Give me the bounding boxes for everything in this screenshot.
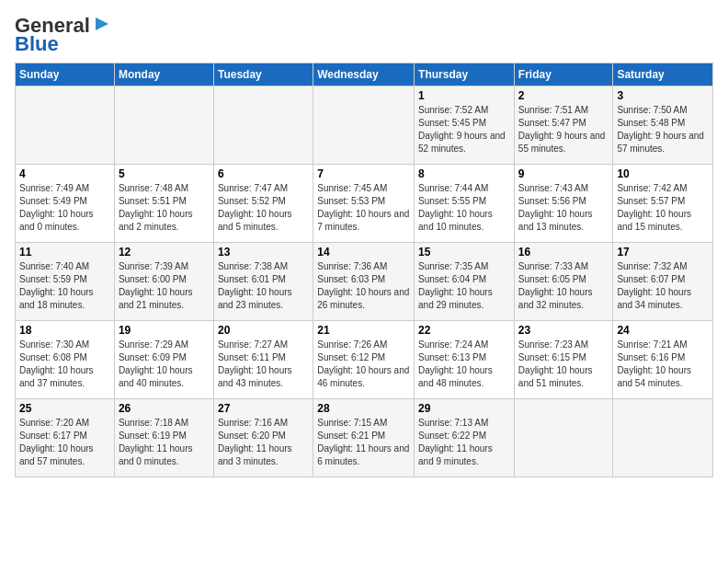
day-number: 21 [317, 324, 410, 337]
week-row-5: 25Sunrise: 7:20 AMSunset: 6:17 PMDayligh… [16, 399, 713, 477]
day-number: 12 [119, 246, 210, 259]
day-number: 14 [317, 246, 410, 259]
calendar-cell: 20Sunrise: 7:27 AMSunset: 6:11 PMDayligh… [213, 321, 313, 399]
calendar-cell: 25Sunrise: 7:20 AMSunset: 6:17 PMDayligh… [16, 399, 115, 477]
header-day-thursday: Thursday [415, 63, 515, 86]
header-day-wednesday: Wednesday [313, 63, 415, 86]
day-info: Sunrise: 7:39 AMSunset: 6:00 PMDaylight:… [119, 260, 210, 312]
calendar-cell: 3Sunrise: 7:50 AMSunset: 5:48 PMDaylight… [613, 86, 713, 165]
calendar-cell: 1Sunrise: 7:52 AMSunset: 5:45 PMDaylight… [415, 86, 515, 165]
calendar-cell: 4Sunrise: 7:49 AMSunset: 5:49 PMDaylight… [16, 165, 115, 243]
calendar-cell: 16Sunrise: 7:33 AMSunset: 6:05 PMDayligh… [514, 243, 613, 321]
day-number: 26 [119, 402, 210, 415]
day-number: 18 [19, 324, 110, 337]
header-day-saturday: Saturday [613, 63, 713, 86]
day-info: Sunrise: 7:43 AMSunset: 5:56 PMDaylight:… [518, 182, 609, 234]
day-info: Sunrise: 7:49 AMSunset: 5:49 PMDaylight:… [19, 182, 110, 234]
day-number: 2 [518, 89, 609, 102]
day-info: Sunrise: 7:29 AMSunset: 6:09 PMDaylight:… [119, 339, 210, 390]
day-info: Sunrise: 7:44 AMSunset: 5:55 PMDaylight:… [418, 182, 510, 234]
day-number: 11 [19, 246, 110, 259]
day-info: Sunrise: 7:38 AMSunset: 6:01 PMDaylight:… [218, 260, 309, 312]
logo: General Blue [15, 15, 112, 55]
week-row-3: 11Sunrise: 7:40 AMSunset: 5:59 PMDayligh… [16, 243, 713, 321]
calendar-cell: 17Sunrise: 7:32 AMSunset: 6:07 PMDayligh… [613, 243, 713, 321]
day-number: 28 [317, 402, 410, 415]
header-day-friday: Friday [514, 63, 613, 86]
day-info: Sunrise: 7:23 AMSunset: 6:15 PMDaylight:… [518, 339, 609, 390]
calendar-header: SundayMondayTuesdayWednesdayThursdayFrid… [16, 63, 713, 86]
day-number: 24 [617, 324, 709, 337]
calendar-cell [213, 86, 313, 165]
calendar-cell: 28Sunrise: 7:15 AMSunset: 6:21 PMDayligh… [313, 399, 415, 477]
day-number: 1 [418, 89, 510, 102]
day-info: Sunrise: 7:21 AMSunset: 6:16 PMDaylight:… [617, 339, 709, 390]
calendar-cell: 27Sunrise: 7:16 AMSunset: 6:20 PMDayligh… [213, 399, 313, 477]
calendar-cell: 15Sunrise: 7:35 AMSunset: 6:04 PMDayligh… [415, 243, 515, 321]
day-info: Sunrise: 7:20 AMSunset: 6:17 PMDaylight:… [19, 417, 110, 468]
calendar-cell: 18Sunrise: 7:30 AMSunset: 6:08 PMDayligh… [16, 321, 115, 399]
day-number: 13 [218, 246, 309, 259]
calendar-cell: 12Sunrise: 7:39 AMSunset: 6:00 PMDayligh… [114, 243, 213, 321]
day-number: 5 [119, 167, 210, 180]
calendar-cell: 10Sunrise: 7:42 AMSunset: 5:57 PMDayligh… [613, 165, 713, 243]
logo-line2: Blue [15, 32, 59, 55]
day-info: Sunrise: 7:30 AMSunset: 6:08 PMDaylight:… [19, 339, 110, 390]
day-info: Sunrise: 7:42 AMSunset: 5:57 PMDaylight:… [617, 182, 709, 234]
day-info: Sunrise: 7:51 AMSunset: 5:47 PMDaylight:… [518, 104, 609, 155]
calendar-cell [514, 399, 613, 477]
calendar-cell: 8Sunrise: 7:44 AMSunset: 5:55 PMDaylight… [415, 165, 515, 243]
calendar-cell: 29Sunrise: 7:13 AMSunset: 6:22 PMDayligh… [415, 399, 515, 477]
day-info: Sunrise: 7:40 AMSunset: 5:59 PMDaylight:… [19, 260, 110, 312]
day-info: Sunrise: 7:33 AMSunset: 6:05 PMDaylight:… [518, 260, 609, 312]
calendar-cell: 22Sunrise: 7:24 AMSunset: 6:13 PMDayligh… [415, 321, 515, 399]
svg-marker-0 [96, 17, 108, 30]
day-info: Sunrise: 7:27 AMSunset: 6:11 PMDaylight:… [218, 339, 309, 390]
day-number: 16 [518, 246, 609, 259]
calendar-cell [313, 86, 415, 165]
day-number: 10 [617, 167, 709, 180]
day-number: 3 [617, 89, 709, 102]
week-row-2: 4Sunrise: 7:49 AMSunset: 5:49 PMDaylight… [16, 165, 713, 243]
calendar-cell: 21Sunrise: 7:26 AMSunset: 6:12 PMDayligh… [313, 321, 415, 399]
week-row-4: 18Sunrise: 7:30 AMSunset: 6:08 PMDayligh… [16, 321, 713, 399]
header-day-sunday: Sunday [16, 63, 115, 86]
day-number: 23 [518, 324, 609, 337]
day-info: Sunrise: 7:50 AMSunset: 5:48 PMDaylight:… [617, 104, 709, 155]
day-number: 29 [418, 402, 510, 415]
day-info: Sunrise: 7:16 AMSunset: 6:20 PMDaylight:… [218, 417, 309, 468]
calendar-cell: 5Sunrise: 7:48 AMSunset: 5:51 PMDaylight… [114, 165, 213, 243]
day-number: 6 [218, 167, 309, 180]
day-info: Sunrise: 7:45 AMSunset: 5:53 PMDaylight:… [317, 182, 410, 234]
day-info: Sunrise: 7:18 AMSunset: 6:19 PMDaylight:… [119, 417, 210, 468]
day-number: 15 [418, 246, 510, 259]
day-info: Sunrise: 7:15 AMSunset: 6:21 PMDaylight:… [317, 417, 410, 468]
day-number: 7 [317, 167, 410, 180]
day-number: 22 [418, 324, 510, 337]
calendar-cell: 26Sunrise: 7:18 AMSunset: 6:19 PMDayligh… [114, 399, 213, 477]
header-day-tuesday: Tuesday [213, 63, 313, 86]
calendar-cell: 6Sunrise: 7:47 AMSunset: 5:52 PMDaylight… [213, 165, 313, 243]
day-info: Sunrise: 7:47 AMSunset: 5:52 PMDaylight:… [218, 182, 309, 234]
day-info: Sunrise: 7:24 AMSunset: 6:13 PMDaylight:… [418, 339, 510, 390]
calendar-cell: 24Sunrise: 7:21 AMSunset: 6:16 PMDayligh… [613, 321, 713, 399]
day-number: 8 [418, 167, 510, 180]
calendar-cell: 2Sunrise: 7:51 AMSunset: 5:47 PMDaylight… [514, 86, 613, 165]
day-info: Sunrise: 7:36 AMSunset: 6:03 PMDaylight:… [317, 260, 410, 312]
calendar-cell [613, 399, 713, 477]
day-info: Sunrise: 7:35 AMSunset: 6:04 PMDaylight:… [418, 260, 510, 312]
day-info: Sunrise: 7:13 AMSunset: 6:22 PMDaylight:… [418, 417, 510, 468]
calendar-table: SundayMondayTuesdayWednesdayThursdayFrid… [15, 63, 713, 477]
calendar-cell: 23Sunrise: 7:23 AMSunset: 6:15 PMDayligh… [514, 321, 613, 399]
logo-arrow-icon [92, 14, 112, 34]
calendar-cell [114, 86, 213, 165]
header-day-monday: Monday [114, 63, 213, 86]
header-row: SundayMondayTuesdayWednesdayThursdayFrid… [16, 63, 713, 86]
calendar-cell: 19Sunrise: 7:29 AMSunset: 6:09 PMDayligh… [114, 321, 213, 399]
calendar-cell [16, 86, 115, 165]
day-info: Sunrise: 7:52 AMSunset: 5:45 PMDaylight:… [418, 104, 510, 155]
day-number: 19 [119, 324, 210, 337]
day-number: 20 [218, 324, 309, 337]
logo-text-block: General Blue [15, 15, 112, 55]
day-number: 27 [218, 402, 309, 415]
